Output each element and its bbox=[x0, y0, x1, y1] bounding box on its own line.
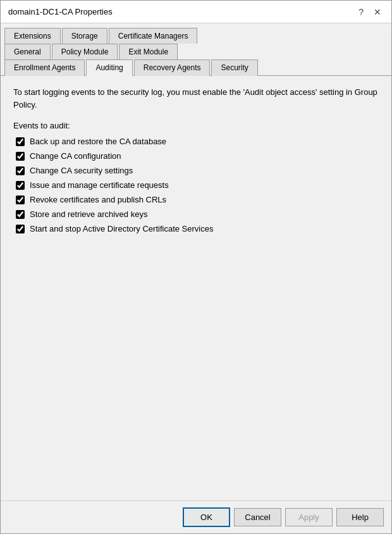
events-label: Events to audit: bbox=[13, 121, 379, 130]
help-dialog-button[interactable]: Help bbox=[336, 508, 384, 526]
info-text: To start logging events to the security … bbox=[13, 86, 379, 111]
close-button[interactable]: ✕ bbox=[371, 8, 384, 16]
help-button[interactable]: ? bbox=[356, 8, 366, 16]
checkbox-1[interactable] bbox=[16, 137, 25, 146]
checkbox-label-1: Back up and restore the CA database bbox=[30, 137, 166, 146]
tab-storage[interactable]: Storage bbox=[62, 28, 107, 44]
apply-button[interactable]: Apply bbox=[285, 508, 333, 526]
tab-enrollment-agents[interactable]: Enrollment Agents bbox=[4, 59, 85, 76]
tab-policy-module[interactable]: Policy Module bbox=[52, 44, 118, 59]
ok-button[interactable]: OK bbox=[183, 507, 230, 527]
button-bar: OK Cancel Apply Help bbox=[1, 500, 391, 533]
checkbox-2[interactable] bbox=[16, 152, 25, 161]
tabs-container: Extensions Storage Certificate Managers … bbox=[1, 23, 391, 76]
tabs-row-2: General Policy Module Exit Module bbox=[4, 43, 388, 59]
cancel-button[interactable]: Cancel bbox=[234, 508, 281, 526]
title-bar-controls: ? ✕ bbox=[356, 8, 384, 16]
checkbox-6[interactable] bbox=[16, 210, 25, 219]
checkbox-item-6[interactable]: Store and retrieve archived keys bbox=[16, 209, 379, 219]
tab-extensions[interactable]: Extensions bbox=[4, 28, 61, 44]
title-bar: domain1-DC1-CA Properties ? ✕ bbox=[1, 1, 391, 23]
checkbox-item-7[interactable]: Start and stop Active Directory Certific… bbox=[16, 224, 379, 233]
checkbox-3[interactable] bbox=[16, 166, 25, 175]
tabs-row-3: Enrollment Agents Auditing Recovery Agen… bbox=[4, 59, 388, 75]
tab-general[interactable]: General bbox=[4, 44, 51, 59]
checkbox-item-4[interactable]: Issue and manage certificate requests bbox=[16, 180, 379, 190]
checkbox-5[interactable] bbox=[16, 196, 25, 204]
checkbox-label-4: Issue and manage certificate requests bbox=[30, 180, 169, 190]
tabs-row-1: Extensions Storage Certificate Managers bbox=[4, 27, 388, 43]
tab-certificate-managers[interactable]: Certificate Managers bbox=[109, 28, 198, 44]
checkbox-item-2[interactable]: Change CA configuration bbox=[16, 151, 379, 161]
tab-recovery-agents[interactable]: Recovery Agents bbox=[134, 59, 211, 76]
checkbox-label-6: Store and retrieve archived keys bbox=[30, 209, 147, 219]
checkbox-list: Back up and restore the CA databaseChang… bbox=[13, 137, 379, 233]
tab-exit-module[interactable]: Exit Module bbox=[119, 44, 178, 59]
tab-security[interactable]: Security bbox=[211, 59, 257, 76]
checkbox-label-5: Revoke certificates and publish CRLs bbox=[30, 195, 166, 204]
properties-dialog: domain1-DC1-CA Properties ? ✕ Extensions… bbox=[0, 0, 392, 534]
checkbox-item-5[interactable]: Revoke certificates and publish CRLs bbox=[16, 195, 379, 204]
window-title: domain1-DC1-CA Properties bbox=[8, 7, 113, 16]
checkbox-item-1[interactable]: Back up and restore the CA database bbox=[16, 137, 379, 146]
checkbox-label-7: Start and stop Active Directory Certific… bbox=[30, 224, 213, 233]
tab-auditing[interactable]: Auditing bbox=[86, 59, 132, 76]
checkbox-7[interactable] bbox=[16, 225, 25, 233]
content-area: To start logging events to the security … bbox=[1, 76, 391, 500]
checkbox-4[interactable] bbox=[16, 181, 25, 190]
checkbox-label-2: Change CA configuration bbox=[30, 151, 121, 161]
checkbox-item-3[interactable]: Change CA security settings bbox=[16, 166, 379, 175]
checkbox-label-3: Change CA security settings bbox=[30, 166, 133, 175]
